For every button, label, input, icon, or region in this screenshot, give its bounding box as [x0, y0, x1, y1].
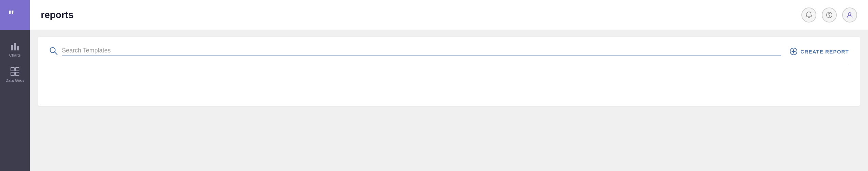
- header-actions: [801, 7, 857, 22]
- search-input-wrapper: [49, 46, 781, 57]
- svg-text:": ": [8, 8, 14, 22]
- sidebar-item-data-grids-label: Data Grids: [5, 78, 24, 82]
- sidebar-item-data-grids[interactable]: Data Grids: [0, 62, 30, 86]
- plus-circle-icon: [789, 47, 798, 56]
- sidebar-item-charts-label: Charts: [9, 53, 21, 57]
- create-report-label: CREATE REPORT: [800, 49, 849, 55]
- notifications-button[interactable]: [801, 7, 816, 22]
- svg-point-9: [829, 16, 829, 16]
- create-report-button[interactable]: CREATE REPORT: [789, 47, 849, 56]
- page-title: reports: [41, 10, 801, 20]
- svg-rect-2: [14, 43, 16, 50]
- bar-chart-icon: [10, 42, 20, 51]
- app-logo: ": [0, 0, 30, 30]
- svg-line-12: [55, 52, 57, 55]
- help-icon: [826, 11, 833, 19]
- svg-rect-3: [17, 46, 19, 50]
- bell-icon: [805, 11, 813, 19]
- sidebar-nav: Charts Data Grids: [0, 30, 30, 86]
- main-area: reports: [30, 0, 868, 171]
- content-area: CREATE REPORT: [30, 30, 868, 171]
- svg-point-10: [848, 12, 851, 15]
- svg-point-8: [827, 12, 832, 18]
- header: reports: [30, 0, 868, 30]
- sidebar: " Charts Data Grids: [0, 0, 30, 171]
- user-icon: [846, 11, 853, 19]
- quote-icon: ": [7, 7, 22, 22]
- sidebar-item-charts[interactable]: Charts: [0, 37, 30, 61]
- user-profile-button[interactable]: [842, 7, 857, 22]
- help-button[interactable]: [822, 7, 837, 22]
- svg-rect-1: [11, 45, 13, 50]
- svg-rect-5: [16, 67, 19, 71]
- search-input[interactable]: [62, 47, 781, 56]
- search-card: CREATE REPORT: [38, 37, 860, 106]
- grid-icon: [10, 67, 20, 76]
- search-results-area: [49, 65, 849, 106]
- svg-rect-6: [11, 72, 14, 76]
- svg-rect-7: [16, 72, 19, 76]
- svg-rect-4: [11, 67, 14, 71]
- search-icon: [49, 46, 58, 57]
- search-row: CREATE REPORT: [49, 46, 849, 65]
